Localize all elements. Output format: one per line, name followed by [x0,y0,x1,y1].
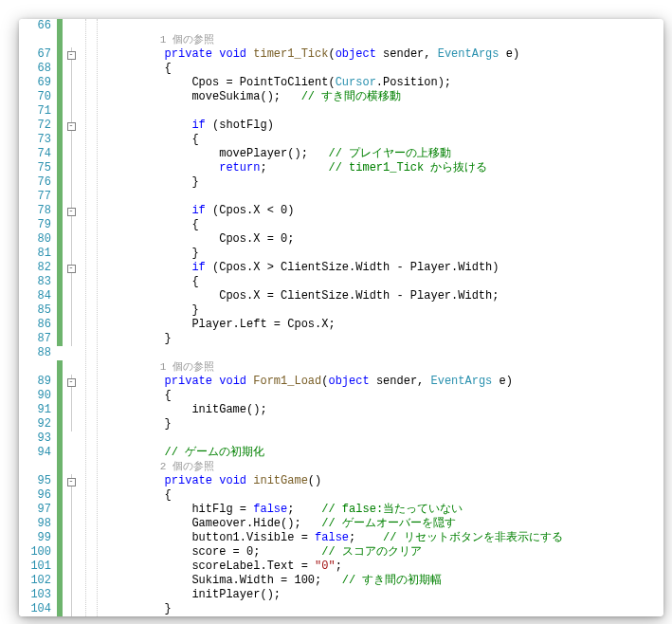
code-line[interactable]: if (Cpos.X > ClientSize.Width - Player.W… [110,261,663,275]
code-line[interactable]: if (shotFlg) [110,119,663,133]
token-txt: { [110,133,199,146]
outline-cell [63,488,80,503]
token-cmt: // スコアのクリア [321,545,422,559]
token-kw: void [219,474,246,487]
line-number: 96 [19,488,51,503]
line-number: 77 [19,190,51,204]
code-line[interactable]: 1 個の参照 [110,33,663,47]
indent-guides [80,19,108,616]
token-txt: sender, [370,375,431,388]
token-txt: ( [328,47,335,61]
token-kw: if [110,119,206,132]
code-line[interactable]: hitFlg = false; // false:当たっていない [110,503,663,517]
code-line[interactable]: initPlayer(); [110,588,663,602]
code-line[interactable]: { [110,62,663,76]
outline-cell [63,147,80,161]
token-txt: } [110,417,172,431]
token-txt: Cpos.X = 0; [110,232,294,246]
outline-cell[interactable]: - [63,47,80,62]
collapse-icon[interactable]: - [67,378,76,387]
code-line[interactable]: score = 0; // スコアのクリア [110,545,663,560]
outline-cell [63,503,80,517]
token-method: Form1_Load [253,375,321,388]
outline-cell [63,104,80,119]
code-line[interactable]: movePlayer(); // プレイヤーの上移動 [110,147,663,161]
code-area[interactable]: 1 個の参照 private void timer1_Tick(object s… [108,19,663,616]
line-number: 100 [19,545,51,560]
line-number: 83 [19,275,51,289]
line-number: 97 [19,503,51,517]
code-line[interactable]: } [110,332,663,346]
code-line[interactable]: moveSukima(); // すき間の横移動 [110,90,663,104]
code-line[interactable]: if (Cpos.X < 0) [110,204,663,218]
code-line[interactable]: } [110,247,663,261]
code-line[interactable]: return; // timer1_Tick から抜ける [110,161,663,175]
outline-cell[interactable]: - [63,474,80,488]
collapse-icon[interactable]: - [67,478,76,486]
collapse-icon[interactable]: - [67,51,76,60]
code-line[interactable]: Cpos.X = 0; [110,232,663,247]
code-line[interactable]: private void Form1_Load(object sender, E… [110,375,663,389]
token-ref: 1 個の参照 [110,34,214,46]
code-line[interactable]: } [110,175,663,190]
code-line[interactable]: } [110,303,663,318]
line-number: 92 [19,417,51,431]
outline-cell [63,517,80,531]
code-line[interactable]: { [110,488,663,503]
token-txt: Gameover.Hide(); [110,517,321,530]
code-line[interactable] [110,190,663,204]
code-line[interactable]: private void timer1_Tick(object sender, … [110,47,663,62]
collapse-icon[interactable]: - [67,122,76,131]
code-line[interactable]: Gameover.Hide(); // ゲームオーバーを隠す [110,517,663,531]
line-number: 81 [19,247,51,261]
code-line[interactable]: { [110,275,663,289]
code-line[interactable]: } [110,417,663,431]
code-line[interactable]: Cpos = PointToClient(Cursor.Position); [110,76,663,90]
outline-column[interactable]: ------ [63,19,80,616]
code-line[interactable]: Cpos.X = ClientSize.Width - Player.Width… [110,289,663,303]
line-number: 93 [19,431,51,446]
line-number: 76 [19,175,51,190]
token-txt: (Cpos.X < 0) [206,204,295,217]
code-line[interactable]: { [110,133,663,147]
code-line[interactable]: Sukima.Width = 100; // すき間の初期幅 [110,574,663,588]
gutter: 6667686970717273747576777879808182838485… [19,19,80,616]
token-txt: } [110,303,199,317]
outline-cell[interactable]: - [63,375,80,389]
code-line[interactable]: } [110,602,663,616]
token-kw: void [219,375,246,388]
code-line[interactable]: initGame(); [110,403,663,417]
code-line[interactable]: { [110,389,663,403]
collapse-icon[interactable]: - [67,265,76,273]
token-kw: private [110,47,212,61]
outline-cell [63,446,80,460]
code-line[interactable] [110,346,663,360]
token-txt: ; [349,531,383,544]
code-line[interactable] [110,19,663,33]
outline-cell [63,133,80,147]
code-line[interactable]: 2 個の参照 [110,460,663,474]
token-txt: button1.Visible = [110,531,315,544]
code-line[interactable] [110,431,663,446]
code-line[interactable]: 1 個の参照 [110,360,663,375]
token-txt: initPlayer(); [110,588,281,601]
line-number: 102 [19,574,51,588]
code-line[interactable]: scoreLabel.Text = "0"; [110,560,663,574]
code-line[interactable]: Player.Left = Cpos.X; [110,318,663,332]
code-line[interactable]: button1.Visible = false; // リセットボタンを非表示に… [110,531,663,545]
outline-cell [63,218,80,232]
token-kw: private [110,375,212,388]
code-line[interactable] [110,104,663,119]
token-txt: } [110,175,199,189]
outline-cell[interactable]: - [63,119,80,133]
code-line[interactable]: private void initGame() [110,474,663,488]
code-line[interactable]: { [110,218,663,232]
line-number: 85 [19,303,51,318]
token-kw: object [328,375,369,388]
outline-cell[interactable]: - [63,204,80,218]
code-editor[interactable]: 6667686970717273747576777879808182838485… [19,19,663,616]
outline-cell[interactable]: - [63,261,80,275]
collapse-icon[interactable]: - [67,208,76,216]
code-line[interactable]: // ゲームの初期化 [110,446,663,460]
token-txt: initGame(); [110,403,267,416]
